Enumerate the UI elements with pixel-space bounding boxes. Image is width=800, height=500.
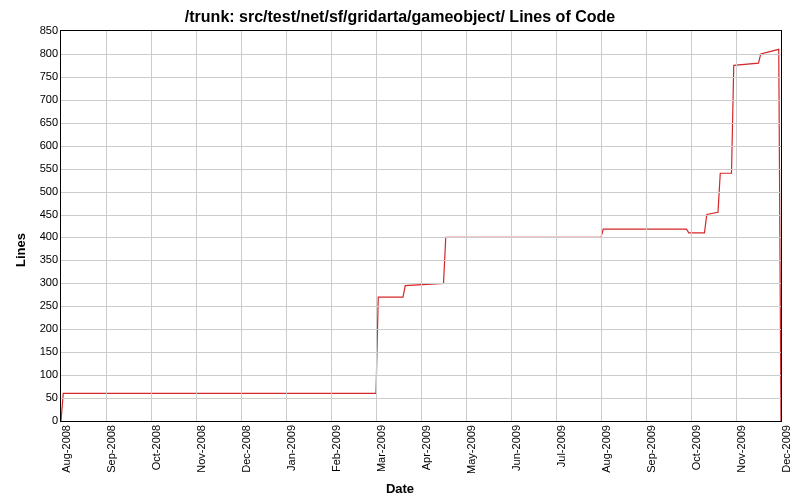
x-tick-label: Apr-2009 <box>420 425 432 485</box>
x-tick-label: Jan-2009 <box>285 425 297 485</box>
x-tick-label: Nov-2009 <box>735 425 747 485</box>
y-tick-label: 200 <box>23 322 58 334</box>
chart-container: /trunk: src/test/net/sf/gridarta/gameobj… <box>0 0 800 500</box>
x-tick-label: Feb-2009 <box>330 425 342 485</box>
y-tick-label: 150 <box>23 345 58 357</box>
gridline-v <box>466 31 467 421</box>
chart-title: /trunk: src/test/net/sf/gridarta/gameobj… <box>0 8 800 26</box>
x-tick-label: Nov-2008 <box>195 425 207 485</box>
x-axis-label: Date <box>0 481 800 496</box>
y-tick-label: 0 <box>23 414 58 426</box>
y-tick-label: 850 <box>23 24 58 36</box>
y-tick-label: 750 <box>23 70 58 82</box>
gridline-v <box>151 31 152 421</box>
gridline-v <box>106 31 107 421</box>
gridline-v <box>331 31 332 421</box>
y-tick-label: 350 <box>23 253 58 265</box>
x-tick-label: Mar-2009 <box>375 425 387 485</box>
x-tick-label: Oct-2009 <box>690 425 702 485</box>
y-tick-label: 700 <box>23 93 58 105</box>
y-tick-label: 600 <box>23 139 58 151</box>
gridline-v <box>601 31 602 421</box>
plot-area <box>60 30 782 422</box>
y-tick-label: 400 <box>23 230 58 242</box>
gridline-v <box>286 31 287 421</box>
x-tick-label: May-2009 <box>465 425 477 485</box>
gridline-v <box>241 31 242 421</box>
y-tick-label: 450 <box>23 208 58 220</box>
x-tick-label: Dec-2009 <box>780 425 792 485</box>
gridline-v <box>196 31 197 421</box>
gridline-v <box>736 31 737 421</box>
x-tick-label: Aug-2009 <box>600 425 612 485</box>
gridline-v <box>376 31 377 421</box>
x-tick-label: Dec-2008 <box>240 425 252 485</box>
y-tick-label: 250 <box>23 299 58 311</box>
y-tick-label: 550 <box>23 162 58 174</box>
x-tick-label: Jun-2009 <box>510 425 522 485</box>
y-tick-label: 800 <box>23 47 58 59</box>
gridline-v <box>421 31 422 421</box>
x-tick-label: Aug-2008 <box>60 425 72 485</box>
y-tick-label: 50 <box>23 391 58 403</box>
y-tick-label: 650 <box>23 116 58 128</box>
x-tick-label: Oct-2008 <box>150 425 162 485</box>
x-tick-label: Jul-2009 <box>555 425 567 485</box>
y-tick-label: 500 <box>23 185 58 197</box>
gridline-v <box>511 31 512 421</box>
gridline-v <box>691 31 692 421</box>
gridline-v <box>646 31 647 421</box>
x-tick-label: Sep-2008 <box>105 425 117 485</box>
x-tick-label: Sep-2009 <box>645 425 657 485</box>
gridline-v <box>556 31 557 421</box>
y-tick-label: 100 <box>23 368 58 380</box>
y-tick-label: 300 <box>23 276 58 288</box>
